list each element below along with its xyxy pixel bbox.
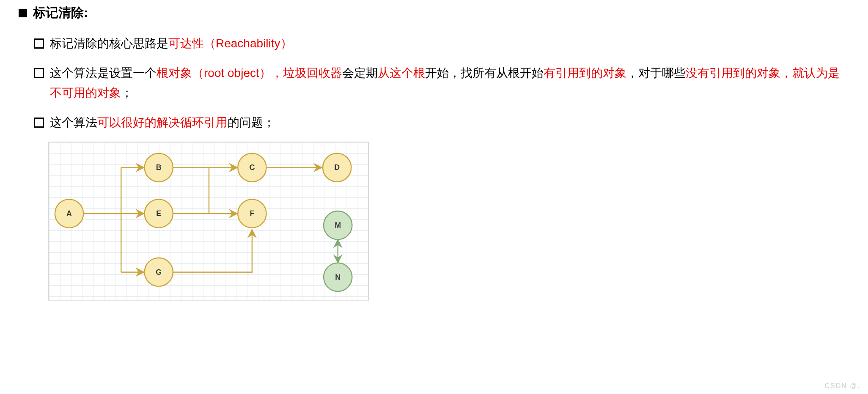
list-item-text: 标记清除的核心思路是可达性（Reachability） — [50, 33, 851, 54]
node-b: B — [145, 153, 173, 182]
text-fragment: 这个算法是设置一个 — [50, 66, 157, 79]
node-c: C — [238, 153, 266, 182]
bullet-hollow-square-icon — [34, 118, 44, 128]
heading-text: 标记清除: — [33, 4, 88, 22]
nodes-yellow: A B E G C — [55, 153, 351, 287]
text-fragment: 的问题； — [228, 116, 275, 129]
node-label: B — [156, 164, 162, 172]
text-fragment-red: 根对象（root object），垃圾回收器 — [157, 66, 342, 79]
watermark: CSDN @. — [825, 382, 860, 390]
node-label: N — [335, 273, 341, 282]
list-item-text: 这个算法是设置一个根对象（root object），垃圾回收器会定期从这个根开始… — [50, 63, 851, 103]
list-item: 这个算法是设置一个根对象（root object），垃圾回收器会定期从这个根开始… — [34, 63, 851, 103]
node-e: E — [145, 200, 173, 228]
bullet-hollow-square-icon — [34, 68, 44, 78]
node-m: M — [324, 211, 352, 240]
node-f: F — [238, 200, 266, 228]
node-n: N — [324, 263, 352, 291]
node-label: E — [156, 210, 161, 218]
text-fragment-red: 从这个根 — [378, 66, 425, 79]
text-fragment: ，对于哪些 — [626, 66, 686, 79]
text-fragment: 开始，找所有从根开始 — [425, 66, 544, 79]
text-fragment-red: 有引用到的对象 — [544, 66, 626, 79]
heading-row: 标记清除: — [19, 4, 851, 22]
node-label: M — [335, 221, 341, 230]
text-fragment: ； — [121, 86, 133, 99]
node-label: G — [156, 268, 162, 276]
node-g: G — [145, 258, 173, 286]
sub-list: 标记清除的核心思路是可达性（Reachability） 这个算法是设置一个根对象… — [34, 33, 851, 132]
node-label: C — [249, 164, 255, 172]
page: 标记清除: 标记清除的核心思路是可达性（Reachability） 这个算法是设… — [0, 0, 868, 394]
node-d: D — [323, 153, 351, 182]
reachability-diagram: A B E G C — [48, 142, 369, 301]
node-label: D — [334, 164, 340, 172]
bullet-filled-square-icon — [19, 9, 27, 17]
diagram-svg: A B E G C — [49, 142, 368, 300]
list-item-text: 这个算法可以很好的解决循环引用的问题； — [50, 112, 851, 133]
text-fragment: 会定期 — [342, 66, 378, 79]
text-fragment-red: 可以很好的解决循环引用 — [97, 116, 228, 129]
list-item: 这个算法可以很好的解决循环引用的问题； — [34, 112, 851, 133]
text-fragment-red: 可达性（Reachability） — [168, 37, 292, 50]
node-label: F — [250, 210, 254, 218]
edges-yellow — [83, 168, 322, 272]
bullet-hollow-square-icon — [34, 38, 44, 49]
text-fragment: 标记清除的核心思路是 — [50, 37, 168, 50]
text-fragment: 这个算法 — [50, 116, 97, 129]
node-label: A — [66, 210, 72, 218]
list-item: 标记清除的核心思路是可达性（Reachability） — [34, 33, 851, 54]
node-a: A — [55, 200, 83, 228]
